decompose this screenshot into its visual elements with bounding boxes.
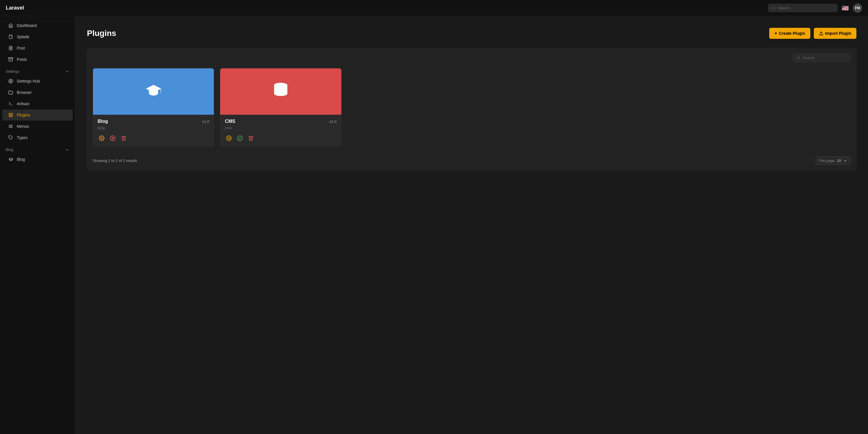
plugin-slug-blog: blog bbox=[98, 126, 209, 130]
panel-search-icon bbox=[797, 56, 801, 60]
chevron-up-icon-blog bbox=[65, 148, 69, 152]
plugin-banner-cms bbox=[220, 68, 341, 115]
plugins-grid: Blog v1.0 blog bbox=[93, 68, 850, 147]
tag-icon bbox=[8, 135, 13, 140]
svg-point-24 bbox=[228, 137, 230, 139]
file-icon bbox=[8, 34, 13, 39]
plugin-name-blog: Blog bbox=[98, 119, 108, 124]
plus-icon: + bbox=[774, 31, 777, 36]
create-plugin-label: Create Plugin bbox=[779, 31, 805, 36]
sidebar-item-splade[interactable]: Splade bbox=[2, 31, 73, 42]
plugin-card-cms: CMS v1.0 cms bbox=[220, 68, 341, 147]
sidebar-item-menus[interactable]: Menus bbox=[2, 121, 73, 132]
import-plugin-button[interactable]: Import Plugin bbox=[814, 28, 857, 39]
sidebar-item-browser[interactable]: Browser bbox=[2, 87, 73, 98]
plugin-settings-btn-cms[interactable] bbox=[225, 134, 233, 142]
plugin-disable-btn-blog[interactable] bbox=[108, 134, 117, 142]
sidebar-item-artisan[interactable]: Artisan bbox=[2, 98, 73, 109]
document-icon bbox=[8, 45, 13, 51]
sidebar-label-posts: Posts bbox=[17, 57, 27, 62]
sidebar-label-menus: Menus bbox=[17, 124, 29, 129]
plugin-actions-blog bbox=[98, 134, 209, 142]
plugin-header-cms: CMS v1.0 bbox=[225, 119, 336, 124]
plugin-name-cms: CMS bbox=[225, 119, 235, 124]
terminal-icon bbox=[8, 101, 13, 106]
sidebar-label-settings-hub: Settings Hub bbox=[17, 79, 40, 84]
sidebar-label-plugins: Plugins bbox=[17, 113, 30, 117]
sidebar-label-splade: Splade bbox=[17, 34, 30, 39]
svg-line-1 bbox=[774, 9, 775, 9]
folder-icon bbox=[8, 90, 13, 95]
svg-rect-9 bbox=[11, 113, 12, 115]
topnav-right: 🇺🇸 FM bbox=[768, 3, 862, 13]
topnav-search-input[interactable] bbox=[778, 6, 834, 10]
svg-rect-8 bbox=[9, 113, 10, 115]
graduation-icon bbox=[8, 157, 13, 162]
chevron-down-icon bbox=[843, 159, 847, 162]
per-page-selector[interactable]: Per page 10 bbox=[815, 156, 850, 165]
main-content: Plugins + Create Plugin Import Plugin bbox=[75, 16, 868, 434]
sidebar-item-types[interactable]: Types bbox=[2, 132, 73, 143]
svg-point-19 bbox=[101, 137, 102, 139]
chevron-up-icon bbox=[65, 69, 69, 73]
plugin-actions-cms bbox=[225, 134, 336, 142]
sidebar-item-dashboard[interactable]: Dashboard bbox=[2, 20, 73, 31]
page-header: Plugins + Create Plugin Import Plugin bbox=[87, 28, 857, 39]
sidebar: Dashboard Splade Post bbox=[0, 16, 75, 434]
plugins-panel: Blog v1.0 blog bbox=[87, 48, 857, 170]
svg-point-6 bbox=[10, 81, 11, 82]
plugin-card-blog: Blog v1.0 blog bbox=[93, 68, 214, 147]
per-page-label: Per page bbox=[819, 158, 835, 163]
sidebar-label-artisan: Artisan bbox=[17, 101, 30, 106]
blog-section-header: Blog bbox=[0, 144, 75, 154]
showing-text: Showing 1 to 2 of 2 results bbox=[93, 158, 137, 163]
import-plugin-label: Import Plugin bbox=[825, 31, 851, 36]
gear-icon bbox=[8, 79, 13, 84]
sidebar-label-types: Types bbox=[17, 135, 28, 140]
plugin-slug-cms: cms bbox=[225, 126, 336, 130]
panel-search-input[interactable] bbox=[803, 56, 846, 60]
page-title: Plugins bbox=[87, 29, 116, 38]
home-icon bbox=[8, 23, 13, 28]
blog-section-label: Blog bbox=[6, 148, 13, 152]
plugin-body-cms: CMS v1.0 cms bbox=[220, 115, 341, 146]
plugin-delete-btn-blog[interactable] bbox=[120, 134, 128, 142]
svg-line-18 bbox=[799, 59, 800, 59]
app-logo: Laravel bbox=[6, 5, 24, 11]
sidebar-item-plugins[interactable]: Plugins bbox=[2, 110, 73, 121]
language-flag[interactable]: 🇺🇸 bbox=[842, 5, 849, 11]
sidebar-label-post: Post bbox=[17, 46, 25, 51]
sidebar-item-posts[interactable]: Posts bbox=[2, 54, 73, 65]
create-plugin-button[interactable]: + Create Plugin bbox=[769, 28, 810, 39]
panel-footer: Showing 1 to 2 of 2 results Per page 10 bbox=[93, 154, 850, 165]
database-icon bbox=[272, 82, 289, 102]
settings-section-label: Settings bbox=[6, 69, 20, 73]
upload-icon bbox=[819, 31, 824, 36]
archive-icon bbox=[8, 57, 13, 62]
plugin-version-blog: v1.0 bbox=[202, 119, 210, 124]
per-page-value: 10 bbox=[837, 158, 841, 163]
plugin-header-blog: Blog v1.0 bbox=[98, 119, 209, 124]
sidebar-label-blog: Blog bbox=[17, 157, 25, 162]
sidebar-label-browser: Browser bbox=[17, 90, 32, 95]
panel-search-row bbox=[93, 53, 850, 62]
plugin-version-cms: v1.0 bbox=[330, 119, 337, 124]
menu-icon bbox=[8, 124, 13, 129]
plugin-delete-btn-cms[interactable] bbox=[247, 134, 255, 142]
plugin-enable-btn-cms[interactable] bbox=[236, 134, 244, 142]
topnav-search-box[interactable] bbox=[768, 4, 838, 12]
settings-section-header: Settings bbox=[0, 65, 75, 75]
graduation-cap-icon bbox=[145, 82, 162, 102]
plugin-settings-btn-blog[interactable] bbox=[98, 134, 106, 142]
sidebar-label-dashboard: Dashboard bbox=[17, 23, 37, 28]
sidebar-item-blog[interactable]: Blog bbox=[2, 154, 73, 165]
panel-search-box[interactable] bbox=[793, 53, 850, 62]
plugin-body-blog: Blog v1.0 blog bbox=[93, 115, 214, 146]
svg-rect-4 bbox=[9, 58, 13, 59]
sidebar-item-post[interactable]: Post bbox=[2, 42, 73, 54]
search-icon bbox=[772, 6, 776, 10]
grid-icon bbox=[8, 113, 13, 118]
sidebar-item-settings-hub[interactable]: Settings Hub bbox=[2, 75, 73, 87]
user-avatar[interactable]: FM bbox=[853, 3, 862, 13]
svg-rect-11 bbox=[9, 115, 10, 117]
